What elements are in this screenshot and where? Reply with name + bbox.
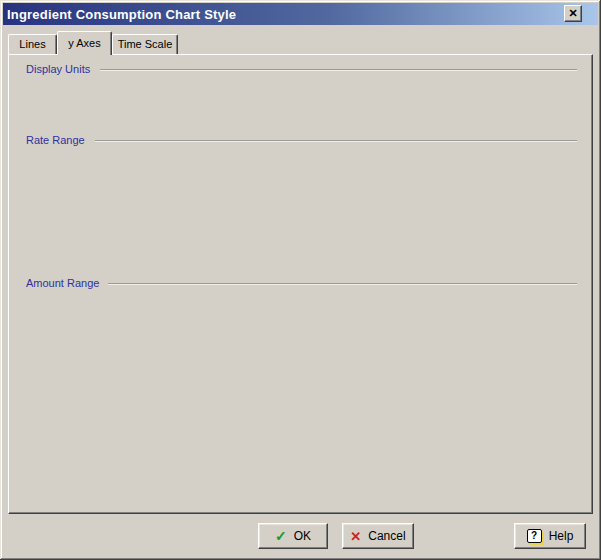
chart-style-dialog: Ingredient Consumption Chart Style ✕ Lin… <box>0 0 601 560</box>
amount-range-caption: Amount Range <box>26 277 99 289</box>
ok-button-label: OK <box>294 529 311 543</box>
close-button[interactable]: ✕ <box>564 5 582 22</box>
ok-button[interactable]: ✓ OK <box>258 523 328 549</box>
tab-y-axes[interactable]: y Axes <box>57 31 112 55</box>
close-icon: ✕ <box>568 8 577 19</box>
rate-range-divider <box>95 140 577 141</box>
amount-range-divider <box>108 283 577 284</box>
help-button[interactable]: ? Help <box>514 523 586 549</box>
check-icon: ✓ <box>275 529 287 543</box>
title-bar: Ingredient Consumption Chart Style ✕ <box>3 3 598 25</box>
rate-range-caption: Rate Range <box>26 134 85 146</box>
display-units-divider <box>100 69 577 70</box>
cancel-button-label: Cancel <box>368 529 405 543</box>
x-icon: ✕ <box>350 530 361 543</box>
display-units-caption: Display Units <box>26 63 90 75</box>
cancel-button[interactable]: ✕ Cancel <box>342 523 414 549</box>
help-button-label: Help <box>549 529 574 543</box>
tab-time-scale[interactable]: Time Scale <box>112 34 178 54</box>
tab-lines[interactable]: Lines <box>8 34 57 54</box>
help-icon: ? <box>527 529 542 543</box>
dialog-title: Ingredient Consumption Chart Style <box>3 7 236 22</box>
